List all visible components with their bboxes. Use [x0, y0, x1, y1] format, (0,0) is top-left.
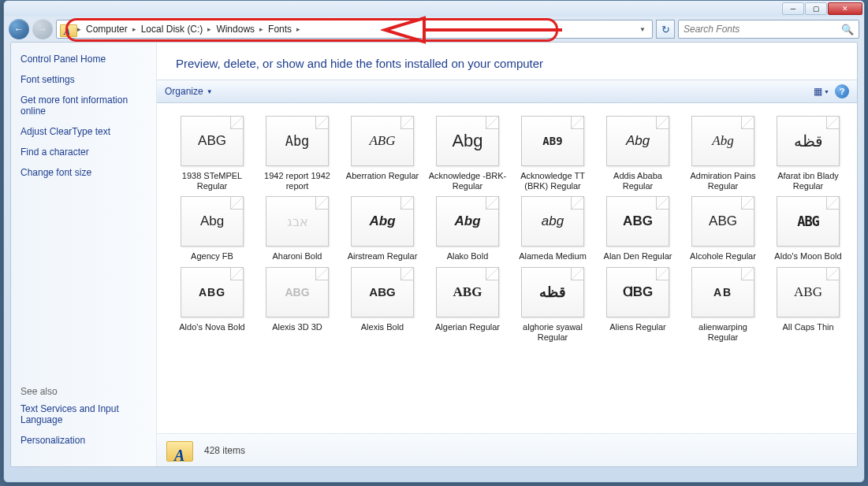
- font-item[interactable]: ABGAll Caps Thin: [769, 267, 848, 343]
- font-label: Aliens Regular: [609, 322, 666, 332]
- font-label: Agency FB: [191, 251, 233, 262]
- page-corner-icon: [571, 268, 583, 280]
- font-item[interactable]: Abg1942 report 1942 report: [258, 116, 337, 191]
- font-item[interactable]: ABGAldo's Nova Bold: [173, 267, 251, 343]
- font-label: Aldo's Nova Bold: [179, 322, 244, 332]
- font-item[interactable]: ABGAlgerian Regular: [428, 267, 507, 343]
- sidebar-header[interactable]: Control Panel Home: [20, 54, 147, 65]
- font-thumbnail: Abg: [436, 116, 499, 166]
- font-item[interactable]: قظهAfarat ibn Blady Regular: [769, 116, 848, 191]
- status-count: 428 items: [204, 445, 245, 456]
- page-corner-icon: [486, 117, 498, 129]
- font-item[interactable]: AbgAlako Bold: [428, 196, 507, 262]
- font-item[interactable]: AbgAddis Ababa Regular: [598, 116, 677, 191]
- font-label: Alexis Bold: [361, 322, 404, 332]
- organize-button[interactable]: Organize ▼: [165, 86, 213, 97]
- page-corner-icon: [826, 268, 839, 280]
- search-box[interactable]: 🔍: [678, 20, 859, 39]
- body-area: Control Panel Home Font settings Get mor…: [10, 42, 858, 467]
- page-corner-icon: [486, 197, 498, 210]
- font-item[interactable]: ABalienwarping Regular: [684, 267, 762, 343]
- sidebar-link-cleartype[interactable]: Adjust ClearType text: [20, 126, 147, 137]
- font-item[interactable]: ⱭBGAliens Regular: [598, 267, 677, 343]
- font-item[interactable]: AbgAcknowledge -BRK- Regular: [428, 116, 507, 191]
- chevron-right-icon[interactable]: ▸: [296, 25, 300, 33]
- font-label: alghorie syawal Regular: [513, 322, 592, 343]
- view-icon: ▦: [814, 86, 822, 97]
- sidebar-link-personalization[interactable]: Personalization: [20, 435, 147, 446]
- breadcrumb-localdisk[interactable]: Local Disk (C:): [138, 24, 207, 35]
- breadcrumb-computer[interactable]: Computer: [83, 24, 131, 35]
- font-item[interactable]: AbgAirstream Regular: [343, 196, 422, 262]
- search-icon[interactable]: 🔍: [841, 24, 854, 35]
- font-item[interactable]: ABGAlcohole Regular: [684, 196, 762, 262]
- refresh-button[interactable]: ↻: [656, 20, 675, 39]
- chevron-right-icon[interactable]: ▸: [77, 25, 81, 33]
- sidebar-link-more-info[interactable]: Get more font information online: [20, 95, 147, 117]
- toolbar: Organize ▼ ▦ ▼ ?: [157, 80, 857, 103]
- font-grid[interactable]: ABG1938 STeMPEL RegularAbg1942 report 19…: [157, 103, 857, 433]
- font-item[interactable]: ABGAlexis 3D 3D: [258, 267, 337, 343]
- arrow-right-icon: →: [38, 24, 47, 35]
- font-label: 1938 STeMPEL Regular: [173, 171, 251, 191]
- page-corner-icon: [400, 197, 413, 210]
- font-label: Acknowledge TT (BRK) Regular: [513, 171, 592, 191]
- fonts-folder-icon: [60, 23, 76, 35]
- page-corner-icon: [826, 197, 839, 210]
- page-corner-icon: [741, 197, 754, 210]
- font-label: Admiration Pains Regular: [684, 171, 762, 191]
- font-thumbnail: ABG: [777, 267, 840, 317]
- minimize-button[interactable]: ─: [782, 2, 804, 15]
- address-bar[interactable]: ▸ Computer ▸ Local Disk (C:) ▸ Windows ▸…: [56, 20, 653, 39]
- sidebar-link-font-settings[interactable]: Font settings: [20, 74, 147, 85]
- page-corner-icon: [656, 117, 669, 129]
- font-label: alienwarping Regular: [684, 322, 762, 343]
- font-item[interactable]: abgAlameda Medium: [513, 196, 592, 262]
- chevron-right-icon[interactable]: ▸: [259, 25, 263, 33]
- font-thumbnail: ABG: [351, 116, 414, 166]
- help-icon: ?: [840, 87, 845, 96]
- chevron-down-icon: ▼: [824, 89, 829, 95]
- page-corner-icon: [400, 268, 413, 280]
- font-thumbnail: ABG: [691, 196, 754, 247]
- font-label: 1942 report 1942 report: [258, 171, 337, 191]
- arrow-left-icon: ←: [14, 24, 24, 35]
- font-item[interactable]: ABG1938 STeMPEL Regular: [173, 116, 251, 191]
- search-input[interactable]: [684, 24, 841, 35]
- page-corner-icon: [826, 117, 839, 129]
- page-corner-icon: [571, 117, 583, 129]
- address-row: ← → ▸ Computer ▸ Local Disk (C:) ▸ Windo…: [4, 17, 864, 42]
- maximize-button[interactable]: ▢: [805, 2, 827, 15]
- font-item[interactable]: ABGAldo's Moon Bold: [769, 196, 848, 262]
- font-item[interactable]: AbgAgency FB: [173, 196, 251, 262]
- help-button[interactable]: ?: [835, 84, 849, 98]
- breadcrumb-fonts[interactable]: Fonts: [265, 24, 295, 35]
- font-item[interactable]: ABGAlexis Bold: [343, 267, 422, 343]
- font-label: All Caps Thin: [782, 322, 833, 332]
- chevron-right-icon[interactable]: ▸: [132, 25, 136, 33]
- font-thumbnail: ⱭBG: [606, 267, 669, 317]
- close-button[interactable]: ✕: [828, 2, 862, 15]
- sidebar-link-text-services[interactable]: Text Services and Input Language: [20, 403, 147, 425]
- address-dropdown-icon[interactable]: ▼: [636, 26, 649, 33]
- font-item[interactable]: AbgAdmiration Pains Regular: [684, 116, 762, 191]
- view-options-button[interactable]: ▦ ▼: [813, 83, 830, 99]
- font-item[interactable]: AB9Acknowledge TT (BRK) Regular: [513, 116, 592, 191]
- font-item[interactable]: אבגAharoni Bold: [258, 196, 337, 262]
- font-thumbnail: قظه: [521, 267, 584, 317]
- forward-button[interactable]: →: [32, 19, 53, 39]
- font-item[interactable]: قظهalghorie syawal Regular: [513, 267, 592, 343]
- breadcrumb-windows[interactable]: Windows: [213, 24, 258, 35]
- sidebar-link-find-character[interactable]: Find a character: [20, 147, 147, 158]
- refresh-icon: ↻: [661, 24, 670, 35]
- font-label: Alan Den Regular: [604, 251, 672, 262]
- font-label: Alexis 3D 3D: [272, 322, 322, 332]
- organize-label: Organize: [165, 86, 203, 97]
- font-label: Algerian Regular: [435, 322, 500, 332]
- font-item[interactable]: ABGAlan Den Regular: [598, 196, 677, 262]
- font-item[interactable]: ABGAberration Regular: [343, 116, 422, 191]
- back-button[interactable]: ←: [9, 19, 29, 39]
- font-thumbnail: قظه: [777, 116, 840, 166]
- sidebar-link-font-size[interactable]: Change font size: [20, 167, 147, 178]
- chevron-right-icon[interactable]: ▸: [207, 25, 211, 33]
